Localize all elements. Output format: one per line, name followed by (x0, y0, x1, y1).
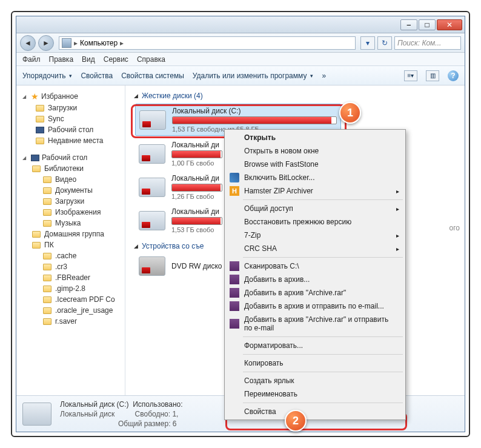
properties-button[interactable]: Свойства (81, 72, 113, 80)
cm-add-rar-send-email[interactable]: Добавить в архив "Archive.rar" и отправи… (226, 313, 404, 335)
menu-help[interactable]: Справка (137, 55, 165, 64)
cm-faststone[interactable]: Browse with FastStone (226, 158, 404, 171)
close-button[interactable]: ✕ (437, 19, 462, 30)
cm-open[interactable]: Открыть (226, 131, 404, 144)
sidebar-item[interactable]: .cr3 (19, 261, 122, 272)
cm-scan[interactable]: Сканировать C:\ (226, 259, 404, 273)
menu-bar: Файл Правка Вид Сервис Справка (16, 53, 465, 66)
section-hard-drives[interactable]: Жесткие диски (4) (131, 89, 459, 104)
sidebar-item-images[interactable]: Изображения (19, 207, 122, 218)
sidebar-pc[interactable]: ПК (19, 239, 122, 250)
view-mode-button[interactable]: ≡▾ (404, 70, 417, 81)
drive-row[interactable]: Локальный ди 1,53 ГБ свобо (135, 205, 226, 236)
dvd-drive[interactable]: DVD RW диско (135, 254, 226, 278)
sidebar-item-recent[interactable]: Недавние места (19, 135, 122, 146)
sidebar-item[interactable]: .Icecream PDF Co (19, 294, 122, 305)
cm-add-archive[interactable]: Добавить в архив... (226, 273, 404, 286)
menu-edit[interactable]: Правка (49, 55, 74, 64)
maximize-button[interactable]: □ (419, 19, 436, 30)
drive-capacity-bar (171, 184, 222, 192)
cm-rename[interactable]: Переименовать (226, 387, 404, 401)
sidebar-item-video[interactable]: Видео (19, 174, 122, 185)
menu-view[interactable]: Вид (82, 55, 95, 64)
status-used-label: Использовано: (133, 400, 182, 409)
drive-icon (139, 178, 165, 197)
winrar-icon (230, 301, 239, 311)
sidebar-favorites[interactable]: ★Избранное (19, 90, 122, 102)
status-type: Локальный диск (60, 410, 114, 418)
back-button[interactable]: ◄ (20, 35, 36, 51)
sidebar-item[interactable]: .cache (19, 250, 122, 261)
sidebar-item-desktop[interactable]: Рабочий стол (19, 124, 122, 135)
hamster-icon: H (230, 186, 239, 196)
drive-name: Локальный ди (171, 141, 222, 149)
cm-open-new-window[interactable]: Открыть в новом окне (226, 144, 404, 158)
uninstall-button[interactable]: Удалить или изменить программу (193, 72, 314, 80)
folder-icon (43, 307, 51, 314)
organize-button[interactable]: Упорядочить (22, 72, 72, 80)
context-menu: Открыть Открыть в новом окне Browse with… (224, 129, 406, 420)
search-input[interactable]: Поиск: Ком... (394, 36, 461, 50)
drive-capacity-bar (171, 217, 222, 225)
minimize-button[interactable]: ‒ (400, 19, 417, 30)
cm-add-send-email[interactable]: Добавить в архив и отправить по e-mail..… (226, 299, 404, 313)
winrar-icon (230, 261, 239, 271)
sidebar-libraries[interactable]: Библиотеки (19, 163, 122, 174)
callout-1: 1 (339, 102, 361, 124)
winrar-icon (230, 319, 239, 329)
sidebar-item[interactable]: r.saver (19, 316, 122, 327)
folder-icon (36, 116, 44, 122)
cm-format[interactable]: Форматировать... (226, 339, 404, 352)
cm-copy[interactable]: Копировать (226, 356, 404, 370)
pc-icon (32, 242, 41, 249)
sidebar: ★Избранное Загрузки Sync Рабочий стол Не… (16, 85, 125, 395)
folder-icon (43, 176, 51, 183)
drive-free-text: 1,53 ГБ свобо (171, 226, 222, 233)
toolbar-more[interactable]: » (322, 72, 326, 80)
folder-icon (43, 318, 51, 325)
folder-icon (43, 220, 51, 227)
sidebar-homegroup[interactable]: Домашняя группа (19, 229, 122, 239)
preview-pane-button[interactable]: ▥ (426, 70, 439, 81)
forward-button[interactable]: ► (38, 35, 54, 51)
winrar-icon (230, 275, 239, 284)
cm-properties[interactable]: Свойства (226, 405, 404, 418)
drive-row[interactable]: Локальный ди 1,00 ГБ свобо (135, 138, 226, 169)
menu-file[interactable]: Файл (22, 55, 41, 64)
help-button[interactable]: ? (448, 70, 459, 81)
drive-icon (139, 144, 165, 164)
folder-icon (43, 187, 51, 194)
sidebar-item[interactable]: .FBReader (19, 272, 122, 283)
sidebar-desktop[interactable]: Рабочий стол (19, 152, 122, 163)
sidebar-item-music[interactable]: Музыка (19, 218, 122, 229)
cm-create-shortcut[interactable]: Создать ярлык (226, 374, 404, 387)
titlebar: ‒ □ ✕ (16, 16, 465, 33)
drive-row[interactable]: Локальный ди 1,26 ГБ свобо (135, 172, 226, 202)
drive-capacity-bar (172, 116, 337, 124)
monitor-icon (31, 155, 39, 161)
breadcrumb-sep-2: ▸ (120, 39, 124, 47)
breadcrumb-sep: ▸ (74, 39, 78, 47)
cm-bitlocker[interactable]: Включить BitLocker... (226, 171, 404, 184)
address-bar[interactable]: ▸ Компьютер ▸ (59, 36, 356, 50)
sidebar-item-sync[interactable]: Sync (19, 113, 122, 124)
cm-hamster[interactable]: HHamster ZIP Archiver (226, 184, 404, 198)
sidebar-item-docs[interactable]: Документы (19, 185, 122, 196)
sidebar-item[interactable]: .gimp-2.8 (19, 283, 122, 294)
cm-7zip[interactable]: 7-Zip (226, 229, 404, 242)
cm-restore[interactable]: Восстановить прежнюю версию (226, 215, 404, 229)
cm-share[interactable]: Общий доступ (226, 202, 404, 215)
drive-name: DVD RW диско (171, 262, 222, 270)
folder-icon (43, 296, 51, 303)
cm-add-archive-rar[interactable]: Добавить в архив "Archive.rar" (226, 286, 404, 299)
refresh-button[interactable]: ↻ (377, 36, 392, 50)
breadcrumb-location[interactable]: Компьютер (80, 39, 118, 47)
sidebar-item[interactable]: .oracle_jre_usage (19, 305, 122, 316)
sidebar-item-downloads2[interactable]: Загрузки (19, 196, 122, 207)
system-properties-button[interactable]: Свойства системы (121, 72, 184, 80)
sidebar-item-downloads[interactable]: Загрузки (19, 102, 122, 113)
status-drive-name: Локальный диск (C:) (60, 400, 129, 409)
menu-service[interactable]: Сервис (104, 55, 128, 64)
cm-crcsha[interactable]: CRC SHA (226, 242, 404, 255)
dropdown-button[interactable]: ▾ (360, 36, 375, 50)
